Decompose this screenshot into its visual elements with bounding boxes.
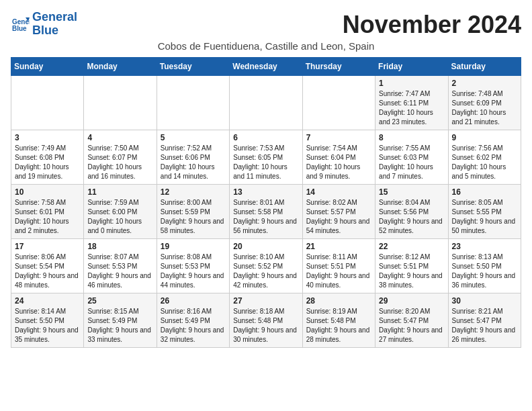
day-number: 12 bbox=[161, 187, 226, 197]
day-info: Sunrise: 8:00 AMSunset: 5:59 PMDaylight:… bbox=[161, 198, 226, 236]
calendar-cell: 24Sunrise: 8:14 AMSunset: 5:50 PMDayligh… bbox=[11, 293, 84, 348]
calendar-cell: 18Sunrise: 8:07 AMSunset: 5:53 PMDayligh… bbox=[84, 239, 157, 293]
day-info: Sunrise: 7:54 AMSunset: 6:04 PMDaylight:… bbox=[306, 144, 371, 181]
day-info: Sunrise: 8:04 AMSunset: 5:56 PMDaylight:… bbox=[379, 198, 444, 236]
day-number: 1 bbox=[379, 79, 444, 88]
calendar-cell: 27Sunrise: 8:18 AMSunset: 5:48 PMDayligh… bbox=[230, 293, 302, 348]
logo-line1: General bbox=[32, 11, 77, 24]
day-info: Sunrise: 8:20 AMSunset: 5:47 PMDaylight:… bbox=[379, 307, 444, 345]
day-info: Sunrise: 8:19 AMSunset: 5:48 PMDaylight:… bbox=[306, 307, 371, 345]
day-number: 10 bbox=[15, 187, 80, 197]
day-info: Sunrise: 8:15 AMSunset: 5:49 PMDaylight:… bbox=[87, 307, 152, 345]
day-info: Sunrise: 8:16 AMSunset: 5:49 PMDaylight:… bbox=[161, 307, 226, 345]
day-number: 24 bbox=[15, 296, 80, 306]
day-number: 9 bbox=[452, 133, 517, 142]
calendar-cell: 6Sunrise: 7:53 AMSunset: 6:05 PMDaylight… bbox=[230, 130, 302, 185]
day-number: 14 bbox=[306, 187, 371, 197]
day-number: 8 bbox=[379, 133, 444, 142]
weekday-header: Wednesday bbox=[230, 58, 302, 76]
calendar-cell: 11Sunrise: 7:59 AMSunset: 6:00 PMDayligh… bbox=[84, 185, 157, 239]
day-number: 5 bbox=[161, 133, 226, 142]
day-info: Sunrise: 7:59 AMSunset: 6:00 PMDaylight:… bbox=[87, 198, 152, 236]
day-info: Sunrise: 7:49 AMSunset: 6:08 PMDaylight:… bbox=[15, 144, 80, 181]
day-number: 25 bbox=[87, 296, 152, 306]
calendar-cell: 28Sunrise: 8:19 AMSunset: 5:48 PMDayligh… bbox=[302, 293, 375, 348]
day-number: 18 bbox=[87, 242, 152, 251]
calendar-cell: 7Sunrise: 7:54 AMSunset: 6:04 PMDaylight… bbox=[302, 130, 375, 185]
day-number: 13 bbox=[233, 187, 298, 197]
day-number: 11 bbox=[87, 187, 152, 197]
calendar-cell: 22Sunrise: 8:12 AMSunset: 5:51 PMDayligh… bbox=[375, 239, 448, 293]
day-info: Sunrise: 8:07 AMSunset: 5:53 PMDaylight:… bbox=[87, 253, 152, 290]
calendar-cell: 20Sunrise: 8:10 AMSunset: 5:52 PMDayligh… bbox=[230, 239, 302, 293]
day-info: Sunrise: 8:13 AMSunset: 5:50 PMDaylight:… bbox=[452, 253, 517, 290]
day-info: Sunrise: 8:10 AMSunset: 5:52 PMDaylight:… bbox=[233, 253, 298, 290]
day-number: 20 bbox=[233, 242, 298, 251]
day-number: 2 bbox=[452, 79, 517, 88]
day-number: 30 bbox=[452, 296, 517, 306]
weekday-header: Saturday bbox=[448, 58, 521, 76]
day-number: 3 bbox=[15, 133, 80, 142]
calendar-cell: 17Sunrise: 8:06 AMSunset: 5:54 PMDayligh… bbox=[11, 239, 84, 293]
day-info: Sunrise: 7:58 AMSunset: 6:01 PMDaylight:… bbox=[15, 198, 80, 236]
day-number: 23 bbox=[452, 242, 517, 251]
day-info: Sunrise: 8:02 AMSunset: 5:57 PMDaylight:… bbox=[306, 198, 371, 236]
calendar-cell: 19Sunrise: 8:08 AMSunset: 5:53 PMDayligh… bbox=[157, 239, 229, 293]
day-info: Sunrise: 8:08 AMSunset: 5:53 PMDaylight:… bbox=[161, 253, 226, 290]
day-info: Sunrise: 7:47 AMSunset: 6:11 PMDaylight:… bbox=[379, 89, 444, 127]
calendar-cell bbox=[84, 76, 157, 130]
calendar-cell bbox=[157, 76, 229, 130]
day-info: Sunrise: 8:11 AMSunset: 5:51 PMDaylight:… bbox=[306, 253, 371, 290]
day-number: 19 bbox=[161, 242, 226, 251]
logo: General Blue General Blue bbox=[11, 11, 77, 38]
calendar-cell: 2Sunrise: 7:48 AMSunset: 6:09 PMDaylight… bbox=[448, 76, 521, 130]
day-info: Sunrise: 8:21 AMSunset: 5:47 PMDaylight:… bbox=[452, 307, 517, 345]
weekday-header: Monday bbox=[84, 58, 157, 76]
day-number: 28 bbox=[306, 296, 371, 306]
day-info: Sunrise: 8:01 AMSunset: 5:58 PMDaylight:… bbox=[233, 198, 298, 236]
calendar-cell bbox=[11, 76, 84, 130]
day-number: 22 bbox=[379, 242, 444, 251]
calendar-cell: 23Sunrise: 8:13 AMSunset: 5:50 PMDayligh… bbox=[448, 239, 521, 293]
day-number: 16 bbox=[452, 187, 517, 197]
calendar-cell: 4Sunrise: 7:50 AMSunset: 6:07 PMDaylight… bbox=[84, 130, 157, 185]
calendar-cell: 13Sunrise: 8:01 AMSunset: 5:58 PMDayligh… bbox=[230, 185, 302, 239]
month-title: November 2024 bbox=[343, 11, 521, 39]
calendar-cell: 3Sunrise: 7:49 AMSunset: 6:08 PMDaylight… bbox=[11, 130, 84, 185]
weekday-header: Thursday bbox=[302, 58, 375, 76]
calendar-table: SundayMondayTuesdayWednesdayThursdayFrid… bbox=[11, 57, 521, 348]
svg-text:Blue: Blue bbox=[12, 25, 27, 32]
day-info: Sunrise: 7:55 AMSunset: 6:03 PMDaylight:… bbox=[379, 144, 444, 181]
calendar-cell: 14Sunrise: 8:02 AMSunset: 5:57 PMDayligh… bbox=[302, 185, 375, 239]
day-number: 17 bbox=[15, 242, 80, 251]
calendar-cell: 10Sunrise: 7:58 AMSunset: 6:01 PMDayligh… bbox=[11, 185, 84, 239]
day-info: Sunrise: 7:56 AMSunset: 6:02 PMDaylight:… bbox=[452, 144, 517, 181]
day-info: Sunrise: 8:18 AMSunset: 5:48 PMDaylight:… bbox=[233, 307, 298, 345]
weekday-header: Friday bbox=[375, 58, 448, 76]
calendar-cell: 25Sunrise: 8:15 AMSunset: 5:49 PMDayligh… bbox=[84, 293, 157, 348]
calendar-cell: 26Sunrise: 8:16 AMSunset: 5:49 PMDayligh… bbox=[157, 293, 229, 348]
logo-line2: Blue bbox=[32, 24, 77, 38]
day-number: 26 bbox=[161, 296, 226, 306]
logo-icon: General Blue bbox=[11, 15, 30, 34]
weekday-header: Sunday bbox=[11, 58, 84, 76]
calendar-cell: 9Sunrise: 7:56 AMSunset: 6:02 PMDaylight… bbox=[448, 130, 521, 185]
day-info: Sunrise: 7:52 AMSunset: 6:06 PMDaylight:… bbox=[161, 144, 226, 181]
calendar-cell: 5Sunrise: 7:52 AMSunset: 6:06 PMDaylight… bbox=[157, 130, 229, 185]
day-number: 27 bbox=[233, 296, 298, 306]
day-number: 4 bbox=[87, 133, 152, 142]
day-number: 15 bbox=[379, 187, 444, 197]
calendar-cell: 1Sunrise: 7:47 AMSunset: 6:11 PMDaylight… bbox=[375, 76, 448, 130]
day-info: Sunrise: 8:05 AMSunset: 5:55 PMDaylight:… bbox=[452, 198, 517, 236]
calendar-cell: 16Sunrise: 8:05 AMSunset: 5:55 PMDayligh… bbox=[448, 185, 521, 239]
weekday-header: Tuesday bbox=[157, 58, 229, 76]
day-info: Sunrise: 8:14 AMSunset: 5:50 PMDaylight:… bbox=[15, 307, 80, 345]
calendar-cell: 8Sunrise: 7:55 AMSunset: 6:03 PMDaylight… bbox=[375, 130, 448, 185]
location-subtitle: Cobos de Fuentiduena, Castille and Leon,… bbox=[11, 40, 521, 52]
day-info: Sunrise: 7:50 AMSunset: 6:07 PMDaylight:… bbox=[87, 144, 152, 181]
calendar-cell: 15Sunrise: 8:04 AMSunset: 5:56 PMDayligh… bbox=[375, 185, 448, 239]
day-number: 21 bbox=[306, 242, 371, 251]
calendar-cell: 21Sunrise: 8:11 AMSunset: 5:51 PMDayligh… bbox=[302, 239, 375, 293]
day-info: Sunrise: 7:53 AMSunset: 6:05 PMDaylight:… bbox=[233, 144, 298, 181]
day-info: Sunrise: 7:48 AMSunset: 6:09 PMDaylight:… bbox=[452, 89, 517, 127]
